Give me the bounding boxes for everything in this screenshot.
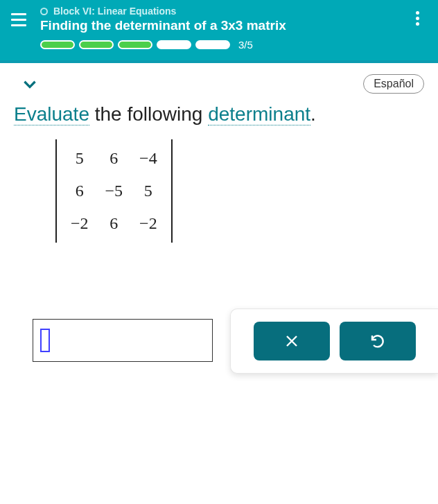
determinant-expression: 5 6 −4 6 −5 5 −2 6 −2 [55,138,173,244]
matrix-cell: 6 [97,142,132,175]
progress-segment [79,40,114,49]
close-icon [283,333,300,349]
matrix-cell: −5 [97,175,132,207]
glossary-link-evaluate[interactable]: Evaluate [14,103,89,125]
progress-label: 3/5 [238,39,253,51]
progress-bar: 3/5 [40,39,427,51]
matrix-cell: 5 [62,142,97,175]
block-label: Block VI: Linear Equations [53,6,176,17]
action-panel [230,309,438,374]
question-text: Evaluate the following determinant. [14,102,424,127]
progress-segment [195,40,230,49]
more-options-icon[interactable] [408,8,427,28]
progress-segment [118,40,152,49]
question-fragment: the following [89,103,208,125]
progress-segment [40,40,75,49]
math-cursor-icon [40,329,50,352]
question-fragment: . [310,103,316,125]
app-header: Block VI: Linear Equations Finding the d… [0,0,438,60]
page-title: Finding the determinant of a 3x3 matrix [40,18,398,33]
matrix-cell: −2 [62,207,97,240]
hamburger-menu-icon[interactable] [11,10,30,29]
language-toggle-button[interactable]: Español [363,74,424,94]
block-indicator-icon [40,8,48,15]
undo-icon [369,333,386,349]
matrix-cell: 5 [131,175,166,207]
matrix-cell: −2 [131,207,166,240]
collapse-chevron-icon[interactable] [14,71,46,96]
progress-segment [157,40,191,49]
glossary-link-determinant[interactable]: determinant [208,103,310,125]
reset-button[interactable] [340,322,416,360]
clear-button[interactable] [254,322,330,360]
matrix-cell: 6 [62,175,97,207]
matrix-cell: −4 [131,142,166,175]
matrix-cell: 6 [97,207,132,240]
answer-input[interactable] [33,319,213,362]
